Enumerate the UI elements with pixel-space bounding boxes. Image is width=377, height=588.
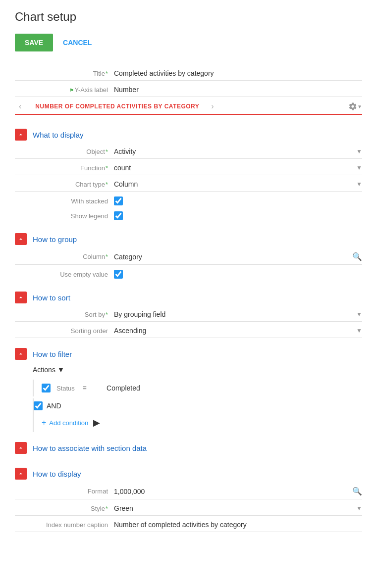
how-to-associate-toggle[interactable] [15,442,27,454]
format-search-icon[interactable]: 🔍 [352,487,362,496]
with-stacked-checkbox[interactable] [114,196,123,205]
and-label: AND [47,402,61,410]
cursor-icon: ▶ [93,417,100,428]
and-checkbox[interactable] [34,401,43,410]
how-to-associate-title: How to associate with section data [33,444,147,452]
how-to-filter-toggle[interactable] [15,348,27,360]
column-value[interactable]: Category 🔍 [114,252,362,261]
what-to-display-title: What to display [33,131,84,139]
function-dropdown-arrow: ▼ [356,164,362,171]
sorting-order-dropdown-arrow: ▼ [356,327,362,334]
format-value[interactable]: 1,000,000 🔍 [114,487,362,496]
with-stacked-label: With stacked [15,197,114,205]
index-caption-value[interactable]: Number of completed activities by catego… [114,521,362,529]
chart-type-label: Chart type* [15,181,114,188]
style-row: Style* Green ▼ [15,501,362,516]
tab-item[interactable]: NUMBER OF COMPLETED ACTIVITIES BY CATEGO… [27,99,207,115]
index-caption-label: Index number caption [15,521,114,529]
sorting-order-label: Sorting order [15,327,114,335]
add-condition-button[interactable]: + Add condition ▶ [33,413,362,432]
filter-operator: = [83,384,87,392]
tab-bar: ‹ NUMBER OF COMPLETED ACTIVITIES BY CATE… [15,99,362,115]
chart-type-dropdown-arrow: ▼ [356,181,362,188]
format-label: Format [15,488,114,495]
index-caption-row: Index number caption Number of completed… [15,518,362,532]
title-label: Title* [15,70,114,77]
filter-value: Completed [107,384,140,392]
use-empty-label: Use empty value [15,271,114,278]
how-to-sort-section: How to sort [15,286,362,307]
chart-type-row: Chart type* Column ▼ [15,177,362,192]
plus-icon: + [42,418,46,427]
filter-condition-checkbox[interactable] [42,384,51,392]
object-label: Object* [15,148,114,155]
how-to-display-title: How to display [33,470,81,478]
yaxis-value[interactable]: Number [114,86,362,94]
how-to-display-toggle[interactable] [15,468,27,480]
actions-button[interactable]: Actions ▼ [33,364,64,376]
how-to-filter-title: How to filter [33,350,72,358]
format-row: Format 1,000,000 🔍 [15,484,362,499]
how-to-filter-section: How to filter [15,342,362,364]
what-to-display-section: What to display [15,123,362,145]
function-label: Function* [15,164,114,172]
object-dropdown-arrow: ▼ [356,148,362,155]
yaxis-row: ⚑Y-Axis label Number [15,83,362,97]
sort-by-label: Sort by* [15,311,114,318]
function-row: Function* count ▼ [15,161,362,175]
title-row: Title* Completed activities by category [15,66,362,81]
toolbar: SAVE CANCEL [15,34,362,51]
style-value[interactable]: Green ▼ [114,504,362,512]
how-to-group-toggle[interactable] [15,233,27,245]
title-value[interactable]: Completed activities by category [114,69,362,77]
object-value[interactable]: Activity ▼ [114,147,362,155]
style-dropdown-arrow: ▼ [356,505,362,512]
filter-field-label: Status [56,385,75,392]
filter-condition-row: Status = Completed [33,380,362,396]
page-title: Chart setup [15,10,362,24]
flag-icon: ⚑ [69,88,74,93]
how-to-sort-title: How to sort [33,294,70,302]
sorting-order-row: Sorting order Ascending ▼ [15,324,362,338]
chart-type-value[interactable]: Column ▼ [114,180,362,188]
function-value[interactable]: count ▼ [114,164,362,172]
show-legend-label: Show legend [15,212,114,220]
yaxis-label: ⚑Y-Axis label [15,86,114,94]
use-empty-checkbox-wrapper [114,270,123,279]
column-label: Column* [15,253,114,260]
save-button[interactable]: SAVE [15,34,53,51]
cancel-button[interactable]: CANCEL [63,39,92,47]
add-condition-label: Add condition [49,419,88,427]
column-search-icon[interactable]: 🔍 [352,252,362,261]
tab-gear-button[interactable]: ▼ [348,102,362,111]
object-row: Object* Activity ▼ [15,145,362,159]
sort-by-value[interactable]: By grouping field ▼ [114,310,362,318]
what-to-display-toggle[interactable] [15,129,27,141]
filter-section-container: Actions ▼ Status = Completed AND + Add c… [33,364,362,432]
style-label: Style* [15,505,114,512]
use-empty-row: Use empty value [15,267,362,282]
tab-next-arrow[interactable]: › [207,102,217,111]
how-to-group-section: How to group [15,227,362,249]
and-row: AND [33,398,362,413]
tab-prev-arrow[interactable]: ‹ [15,102,25,111]
how-to-sort-toggle[interactable] [15,292,27,303]
show-legend-row: Show legend [15,208,362,223]
with-stacked-checkbox-wrapper [114,196,123,205]
with-stacked-row: With stacked [15,194,362,208]
actions-dropdown-arrow: ▼ [57,366,64,374]
show-legend-checkbox-wrapper [114,211,123,220]
sort-by-row: Sort by* By grouping field ▼ [15,307,362,322]
how-to-display-section: How to display [15,462,362,484]
column-row: Column* Category 🔍 [15,249,362,265]
how-to-group-title: How to group [33,235,77,244]
sort-by-dropdown-arrow: ▼ [356,311,362,318]
gear-dropdown-arrow: ▼ [357,104,362,109]
sorting-order-value[interactable]: Ascending ▼ [114,327,362,335]
use-empty-checkbox[interactable] [114,270,123,279]
how-to-associate-section: How to associate with section data [15,436,362,458]
show-legend-checkbox[interactable] [114,211,123,220]
